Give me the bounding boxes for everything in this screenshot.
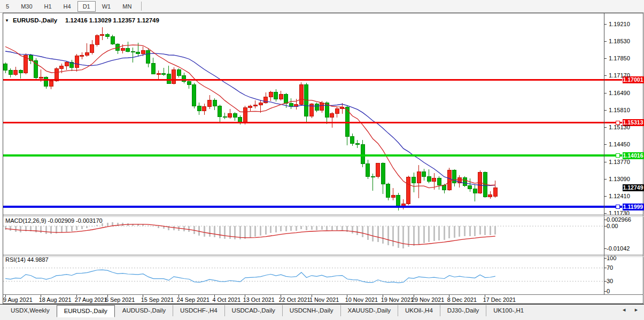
macd-bar bbox=[204, 226, 205, 237]
rsi-indicator-label: RSI(14) 44.9887 bbox=[5, 256, 49, 263]
tab-xauusd-daily[interactable]: XAUUSD-,Daily bbox=[340, 305, 398, 316]
candle bbox=[228, 114, 232, 118]
price-axis-label: 1.14450 bbox=[609, 141, 630, 147]
macd-axis-label: 0.002966 bbox=[607, 216, 631, 223]
macd-bar bbox=[275, 226, 277, 232]
tab-ukoil-h4[interactable]: UKOil-,H4 bbox=[398, 305, 440, 316]
macd-bar bbox=[148, 225, 149, 227]
candle bbox=[34, 61, 38, 77]
candle bbox=[203, 107, 206, 111]
candle bbox=[407, 177, 410, 204]
candle bbox=[249, 106, 252, 107]
tabs-scroll-left-icon[interactable]: ◄ bbox=[622, 308, 626, 313]
macd-bar bbox=[316, 226, 317, 230]
candle bbox=[223, 116, 227, 118]
macd-bar bbox=[382, 226, 384, 243]
timeframe-button-w1[interactable]: W1 bbox=[97, 1, 117, 12]
tab-eurusd-daily[interactable]: EURUSD-,Daily bbox=[57, 305, 115, 317]
date-axis-label: 4 Oct 2021 bbox=[213, 296, 241, 303]
candle bbox=[167, 74, 170, 83]
chart-canvas: 1.170011.153131.140161.119991.127491.192… bbox=[0, 0, 644, 320]
candle bbox=[463, 178, 467, 186]
candle bbox=[100, 34, 104, 35]
macd-bar bbox=[454, 226, 455, 238]
price-level-tag-text: 1.11999 bbox=[623, 204, 643, 210]
candle bbox=[111, 36, 114, 44]
macd-bar bbox=[296, 226, 297, 231]
price-level-tag-text: 1.14016 bbox=[623, 152, 643, 159]
tab-usdcnh-daily[interactable]: USDCNH-,Daily bbox=[282, 305, 340, 316]
timeframe-button-h1[interactable]: H1 bbox=[39, 1, 57, 12]
macd-axis-label: -0.01042 bbox=[607, 245, 630, 252]
macd-bar bbox=[66, 226, 67, 231]
candle bbox=[243, 107, 247, 123]
tab-uk100-h1[interactable]: UK100-,H1 bbox=[486, 305, 531, 316]
candle bbox=[422, 171, 426, 176]
date-axis-label: 8 Dec 2021 bbox=[447, 296, 477, 303]
timeframe-button-h4[interactable]: H4 bbox=[58, 1, 76, 12]
candle bbox=[351, 136, 354, 143]
candle bbox=[284, 95, 288, 104]
date-axis-label: 29 Nov 2021 bbox=[412, 296, 444, 303]
candle bbox=[177, 70, 181, 75]
macd-bar bbox=[336, 226, 338, 230]
price-axis-label: 1.16490 bbox=[609, 90, 630, 96]
timeframe-button-mn[interactable]: MN bbox=[117, 1, 137, 12]
candle bbox=[197, 106, 201, 111]
tab-usdcad-daily[interactable]: USDCAD-,Daily bbox=[224, 305, 282, 316]
rsi-axis-label: 70 bbox=[607, 264, 613, 271]
candle bbox=[412, 177, 416, 183]
tabs-scroll-right-icon[interactable]: ► bbox=[634, 308, 639, 313]
date-axis-label: 9 Aug 2021 bbox=[3, 296, 33, 303]
macd-bar bbox=[352, 226, 353, 233]
candle bbox=[315, 104, 319, 110]
tab-usdx-weekly[interactable]: USDX,Weekly bbox=[3, 305, 57, 316]
level-line-handle[interactable] bbox=[616, 205, 620, 209]
price-axis-label: 1.12410 bbox=[609, 193, 630, 199]
candle bbox=[274, 92, 278, 99]
timeframe-button-m30[interactable]: M30 bbox=[15, 1, 37, 12]
timeframe-button-5[interactable]: 5 bbox=[1, 1, 14, 12]
macd-bar bbox=[81, 226, 83, 229]
date-axis-label: 19 Nov 2021 bbox=[381, 296, 414, 303]
tab-audusd-daily[interactable]: AUDUSD-,Daily bbox=[115, 305, 173, 316]
candle bbox=[157, 74, 160, 75]
macd-bar bbox=[464, 226, 465, 236]
candle bbox=[141, 51, 145, 53]
level-line-handle[interactable] bbox=[616, 154, 620, 158]
timeframe-button-d1[interactable]: D1 bbox=[77, 1, 96, 12]
macd-bar bbox=[356, 226, 358, 235]
symbol-tabs: USDX,WeeklyEURUSD-,DailyAUDUSD-,DailyUSD… bbox=[0, 305, 531, 317]
candle bbox=[397, 195, 400, 207]
rsi-axis-label: 30 bbox=[607, 278, 613, 284]
macd-bar bbox=[188, 226, 190, 232]
candle bbox=[95, 36, 99, 45]
candle bbox=[218, 106, 222, 116]
tab-scroll-arrows: ◄ ► bbox=[622, 305, 644, 313]
rsi-axis-label: 0 bbox=[607, 288, 610, 294]
price-axis-label: 1.15130 bbox=[609, 124, 630, 130]
price-axis-label: 1.17170 bbox=[609, 72, 630, 79]
macd-bar bbox=[423, 226, 425, 243]
candle bbox=[443, 185, 446, 190]
macd-bar bbox=[433, 226, 435, 241]
candle bbox=[330, 114, 334, 117]
price-axis-label: 1.13090 bbox=[609, 176, 630, 182]
macd-bar bbox=[306, 226, 307, 230]
macd-bar bbox=[311, 226, 313, 230]
macd-bar bbox=[76, 226, 77, 230]
macd-bar bbox=[244, 226, 246, 238]
candle bbox=[432, 178, 436, 182]
macd-bar bbox=[300, 226, 302, 229]
macd-bar bbox=[490, 226, 491, 235]
macd-bar bbox=[219, 226, 221, 238]
candle bbox=[90, 44, 94, 52]
price-axis-label: 1.13770 bbox=[609, 159, 630, 165]
candle bbox=[136, 52, 140, 53]
tab-usdchf-h4[interactable]: USDCHF-,H4 bbox=[173, 305, 224, 316]
candle bbox=[427, 177, 431, 182]
tab-dj30-daily[interactable]: DJ30-,Daily bbox=[440, 305, 486, 316]
chart-dropdown-icon[interactable]: ▼ bbox=[5, 18, 9, 23]
candle bbox=[233, 114, 237, 118]
macd-bar bbox=[40, 226, 42, 232]
